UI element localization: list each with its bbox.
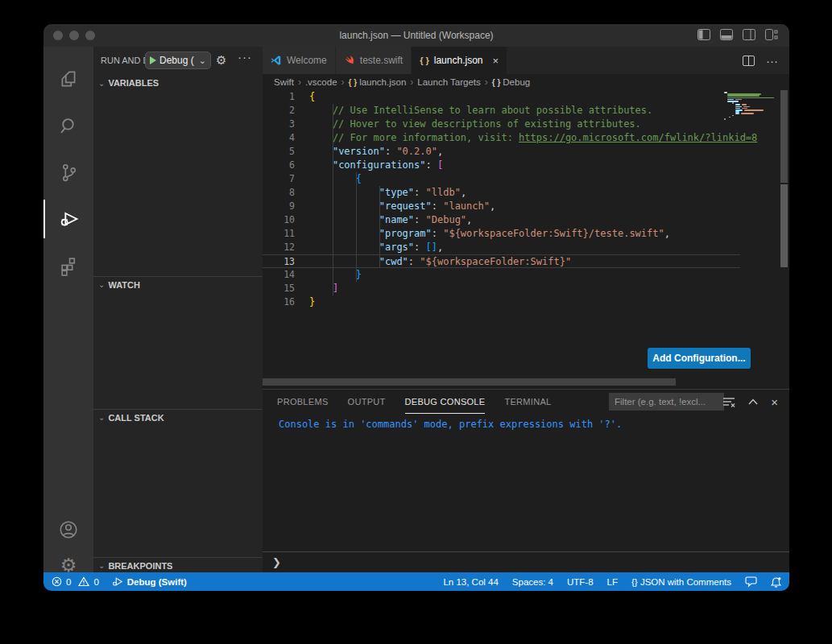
- close-window-icon[interactable]: [53, 31, 63, 40]
- tab-teste-swift[interactable]: teste.swift: [336, 47, 412, 74]
- code-line-2[interactable]: 2 // Use IntelliSense to learn about pos…: [263, 104, 740, 118]
- code-line-16[interactable]: 16}: [263, 295, 740, 309]
- code-line-11[interactable]: 11 "program": "${workspaceFolder:Swift}/…: [263, 227, 740, 241]
- minimap-line: [724, 118, 726, 120]
- editor-group: Welcome teste.swift { } launch.json × ··…: [263, 47, 789, 572]
- tab-launch-json[interactable]: { } launch.json ×: [412, 47, 507, 74]
- minimap-line: [729, 117, 731, 118]
- source-control-icon[interactable]: [43, 153, 93, 192]
- minimap-line: [727, 95, 760, 97]
- start-debug-icon[interactable]: [150, 56, 156, 64]
- customize-layout-icon[interactable]: [765, 29, 778, 40]
- tab-welcome[interactable]: Welcome: [263, 47, 336, 74]
- minimap-line: [732, 102, 734, 104]
- eol-sequence[interactable]: LF: [607, 577, 618, 587]
- problems-status[interactable]: 0 0: [52, 576, 99, 587]
- code-line-10[interactable]: 10 "name": "Debug",: [263, 213, 740, 227]
- activity-bar: ⚙: [43, 47, 93, 572]
- debug-play-icon: [112, 576, 123, 587]
- line-text: // Hover to view descriptions of existin…: [295, 118, 641, 131]
- editor-horizontal-scrollbar[interactable]: [263, 378, 676, 386]
- tab-terminal[interactable]: TERMINAL: [504, 390, 551, 414]
- cursor-position[interactable]: Ln 13, Col 44: [443, 577, 498, 587]
- code-line-8[interactable]: 8 "type": "lldb",: [263, 186, 740, 200]
- close-panel-icon[interactable]: ×: [771, 395, 778, 409]
- section-breakpoints[interactable]: ⌄ BREAKPOINTS: [93, 557, 263, 572]
- console-prompt-icon: ❯: [272, 556, 281, 568]
- line-number: 16: [263, 295, 295, 309]
- tab-output[interactable]: OUTPUT: [348, 390, 386, 414]
- code-editor[interactable]: 1{2 // Use IntelliSense to learn about p…: [263, 90, 740, 324]
- swift-icon: [344, 55, 355, 66]
- code-line-1[interactable]: 1{: [263, 90, 740, 104]
- line-number: 3: [263, 118, 295, 131]
- code-line-12[interactable]: 12 "args": [],: [263, 241, 740, 254]
- chevron-right-icon: ›: [298, 76, 301, 88]
- indentation[interactable]: Spaces: 4: [512, 577, 553, 587]
- window-title: launch.json — Untitled (Workspace): [43, 30, 789, 41]
- minimap[interactable]: [722, 92, 779, 382]
- code-line-6[interactable]: 6 "configurations": [: [263, 159, 740, 172]
- warning-icon: [78, 576, 89, 587]
- toggle-secondary-sidebar-icon[interactable]: [743, 29, 755, 40]
- code-line-5[interactable]: 5 "version": "0.2.0",: [263, 145, 740, 159]
- sidebar-more-actions-icon[interactable]: ···: [238, 50, 252, 64]
- editor-vertical-scrollbar[interactable]: [780, 90, 789, 388]
- line-text: {: [295, 172, 362, 186]
- breadcrumb-item[interactable]: .vscode: [305, 77, 337, 87]
- section-variables[interactable]: ⌄ VARIABLES: [93, 76, 263, 89]
- line-number: 2: [263, 104, 295, 118]
- code-line-3[interactable]: 3 // Hover to view descriptions of exist…: [263, 118, 740, 131]
- line-number: 5: [263, 145, 295, 159]
- toggle-sidebar-icon[interactable]: [697, 29, 710, 40]
- vscode-window: launch.json — Untitled (Workspace): [43, 24, 789, 591]
- filter-icon[interactable]: [722, 397, 735, 407]
- explorer-icon[interactable]: [43, 60, 93, 98]
- line-number: 7: [263, 172, 295, 186]
- breadcrumb-item[interactable]: launch.json: [359, 77, 406, 87]
- console-input-row[interactable]: ❯: [263, 551, 789, 572]
- notifications-bell-icon[interactable]: [771, 576, 781, 588]
- tab-problems[interactable]: PROBLEMS: [277, 390, 329, 414]
- maximize-panel-icon[interactable]: [748, 398, 758, 405]
- line-number: 11: [263, 227, 295, 241]
- section-watch[interactable]: ⌄ WATCH: [93, 276, 263, 291]
- code-line-13[interactable]: 13 "cwd": "${workspaceFolder:Swift}": [263, 254, 740, 268]
- split-editor-icon[interactable]: [743, 56, 755, 66]
- code-line-9[interactable]: 9 "request": "launch",: [263, 200, 740, 213]
- line-text: "program": "${workspaceFolder:Swift}/tes…: [295, 227, 670, 241]
- search-icon[interactable]: [43, 106, 93, 145]
- run-and-debug-icon[interactable]: [43, 200, 93, 238]
- tab-debug-console[interactable]: DEBUG CONSOLE: [405, 390, 486, 414]
- account-icon[interactable]: [43, 510, 93, 549]
- debug-sidebar: RUN AND D... Debug ( ⌄ ⚙ ··· ⌄ VARIABLES…: [93, 47, 263, 572]
- editor-more-actions-icon[interactable]: ···: [766, 54, 778, 68]
- line-number: 10: [263, 213, 295, 227]
- language-mode[interactable]: {} JSON with Comments: [631, 577, 731, 587]
- console-filter-box[interactable]: [609, 393, 724, 411]
- section-call-stack[interactable]: ⌄ CALL STACK: [93, 409, 263, 423]
- feedback-icon[interactable]: [745, 576, 757, 587]
- extensions-icon[interactable]: [43, 246, 93, 285]
- breadcrumb-item[interactable]: Launch Targets: [417, 77, 480, 87]
- zoom-window-icon[interactable]: [85, 31, 95, 40]
- debug-status[interactable]: Debug (Swift): [112, 576, 187, 587]
- breadcrumb-item[interactable]: Debug: [503, 77, 530, 87]
- debug-config-dropdown[interactable]: Debug ( ⌄: [145, 52, 211, 69]
- minimize-window-icon[interactable]: [69, 31, 79, 40]
- close-tab-icon[interactable]: ×: [493, 55, 499, 67]
- breadcrumb-item[interactable]: Swift: [274, 77, 294, 87]
- code-line-7[interactable]: 7 {: [263, 172, 740, 186]
- code-line-15[interactable]: 15 ]: [263, 282, 740, 295]
- encoding[interactable]: UTF-8: [567, 577, 594, 587]
- code-line-14[interactable]: 14 }: [263, 268, 740, 282]
- title-bar: launch.json — Untitled (Workspace): [43, 24, 789, 47]
- chevron-down-icon: ⌄: [199, 56, 206, 66]
- code-line-4[interactable]: 4 // For more information, visit: https:…: [263, 131, 740, 145]
- line-number: 15: [263, 282, 295, 295]
- toggle-panel-icon[interactable]: [720, 29, 733, 40]
- debug-settings-gear-icon[interactable]: ⚙: [216, 53, 226, 68]
- console-filter-input[interactable]: [615, 397, 724, 407]
- line-text: "name": "Debug",: [295, 213, 472, 227]
- add-configuration-button[interactable]: Add Configuration...: [648, 348, 751, 369]
